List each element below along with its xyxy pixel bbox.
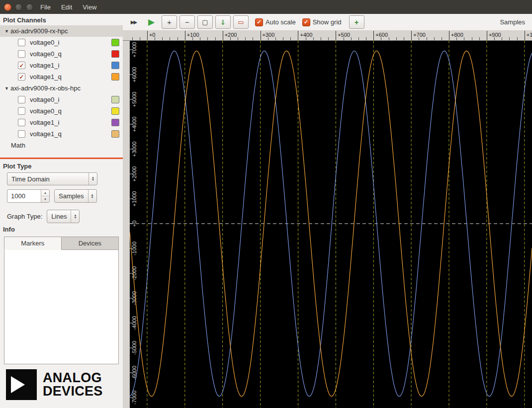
x-axis-minor-tick	[132, 37, 133, 40]
channel-checkbox[interactable]	[18, 119, 25, 126]
zoom-in-button[interactable]: +	[162, 15, 177, 29]
tab-markers[interactable]: Markers	[4, 237, 62, 250]
main-area: ▶▶▶+−▢⇓▭ ✓ Auto scale ✓ Show grid + Samp…	[123, 14, 532, 408]
plot-row: +7000+6000+5000+4000+3000+2000+1000+0-10…	[123, 41, 532, 408]
sample-unit-combo[interactable]: Samples ▲▼	[54, 189, 97, 203]
channel-color-swatch[interactable]	[111, 39, 119, 46]
new-plot-button[interactable]: +	[349, 15, 364, 29]
auto-scale-toggle[interactable]: ✓ Auto scale	[255, 18, 296, 26]
channel-row-voltage0_i: voltage0_i	[0, 94, 123, 105]
x-axis-tick: +900	[487, 31, 487, 40]
channel-color-swatch[interactable]	[111, 73, 119, 81]
plot-background	[130, 41, 532, 408]
channel-checkbox[interactable]	[18, 96, 25, 103]
graph-type-label: Graph Type:	[7, 213, 42, 220]
channel-label: voltage1_q	[30, 73, 111, 81]
zoom-fit-button[interactable]: ▢	[197, 15, 213, 29]
spinner-arrows-icon[interactable]: ▲▼	[41, 190, 49, 202]
x-axis-minor-tick	[207, 37, 208, 40]
x-axis-tick: +100	[185, 31, 185, 40]
expander-icon[interactable]: ▼	[3, 86, 10, 91]
channel-checkbox[interactable]	[18, 107, 25, 115]
waveform-plot[interactable]: +7000+6000+5000+4000+3000+2000+1000+0-10…	[130, 41, 532, 408]
x-axis-tick: +300	[261, 31, 261, 40]
channel-label: voltage0_i	[30, 39, 111, 46]
window-minimize-button[interactable]	[15, 3, 22, 11]
x-axis-minor-tick	[404, 37, 404, 40]
channel-label: voltage1_i	[30, 119, 111, 126]
x-axis-minor-tick	[170, 37, 170, 40]
x-axis-minor-tick	[283, 37, 283, 40]
logo-text: ANALOG DEVICES	[43, 371, 103, 398]
save-capture-button[interactable]: ⇓	[215, 15, 231, 29]
device-group-axi-adrv9009-rx-hpc[interactable]: ▼axi-adrv9009-rx-hpc	[0, 25, 123, 37]
channel-label: voltage1_q	[30, 130, 111, 138]
menu-edit[interactable]: Edit	[58, 3, 76, 11]
show-grid-toggle[interactable]: ✓ Show grid	[302, 18, 342, 26]
info-title: Info	[0, 223, 123, 235]
window-close-button[interactable]	[4, 3, 11, 11]
adi-triangle-logo-icon	[6, 369, 37, 400]
sample-unit-value: Samples	[59, 192, 84, 200]
channel-color-swatch[interactable]	[111, 130, 119, 138]
channel-color-swatch[interactable]	[111, 50, 119, 58]
graph-type-combo[interactable]: Lines ▲▼	[47, 210, 80, 223]
channel-color-swatch[interactable]	[111, 96, 119, 103]
toolbar-buttons: ▶▶▶+−▢⇓▭	[126, 15, 249, 29]
channel-checkbox[interactable]: ✓	[18, 73, 25, 81]
x-axis-minor-tick	[245, 37, 246, 40]
menu-file[interactable]: File	[37, 3, 54, 11]
capture-step-button[interactable]: ▶▶	[126, 15, 141, 29]
y-ruler-gutter	[123, 41, 130, 408]
play-button[interactable]: ▶	[144, 15, 159, 29]
y-axis-tick-label: +0	[131, 221, 137, 227]
x-axis-tick: +700	[411, 31, 412, 40]
graph-type-value: Lines	[51, 213, 67, 220]
plot-channels-title: Plot Channels	[0, 14, 123, 25]
channel-color-swatch[interactable]	[111, 62, 119, 69]
ruler-corner	[123, 31, 130, 41]
sample-count-value: 1000	[11, 192, 25, 200]
channel-row-voltage1_q: ✓voltage1_q	[0, 71, 123, 82]
x-axis-tick: +600	[373, 31, 374, 40]
x-axis-minor-tick	[200, 37, 200, 40]
auto-scale-checkbox[interactable]: ✓	[255, 18, 263, 26]
channel-color-swatch[interactable]	[111, 107, 119, 115]
x-axis-minor-tick	[328, 37, 329, 40]
x-axis-minor-tick	[502, 37, 502, 40]
channel-checkbox[interactable]: ✓	[18, 62, 25, 69]
x-axis-minor-tick	[358, 37, 359, 40]
channel-checkbox[interactable]	[18, 130, 25, 138]
zoom-out-button[interactable]: −	[179, 15, 195, 29]
x-ruler: +0+100+200+300+400+500+600+700+800+900+1…	[130, 31, 532, 41]
channel-row-voltage0_q: voltage0_q	[0, 105, 123, 117]
menu-view[interactable]: View	[79, 3, 100, 11]
expander-icon[interactable]: ▼	[3, 29, 10, 34]
device-group-axi-adrv9009-rx-obs-hpc[interactable]: ▼axi-adrv9009-rx-obs-hpc	[0, 82, 123, 94]
x-axis-minor-tick	[464, 37, 464, 40]
x-axis-minor-tick	[517, 37, 518, 40]
capture-frame-button[interactable]: ▭	[233, 15, 249, 29]
channel-checkbox[interactable]	[18, 39, 25, 46]
window-maximize-button[interactable]	[26, 3, 33, 11]
plot-type-combo[interactable]: Time Domain ▲▼	[7, 172, 97, 186]
x-axis-tick: +200	[223, 31, 223, 40]
plot-type-title: Plot Type	[0, 160, 123, 171]
x-axis-minor-tick	[434, 37, 435, 40]
channel-tree: ▼axi-adrv9009-rx-hpcvoltage0_ivoltage0_q…	[0, 25, 123, 140]
channel-label: voltage0_i	[30, 96, 111, 103]
channel-checkbox[interactable]	[18, 50, 25, 58]
y-axis-tick-label: -4000	[131, 316, 137, 330]
y-axis-tick-label: -2000	[131, 266, 137, 280]
x-axis-tick: +0	[147, 31, 148, 40]
info-tabs: Markers Devices	[4, 237, 119, 250]
chevron-up-down-icon: ▲▼	[88, 190, 96, 202]
x-axis-tick: +500	[336, 31, 336, 40]
channel-color-swatch[interactable]	[111, 119, 119, 126]
math-item[interactable]: Math	[0, 140, 123, 152]
x-axis-minor-tick	[253, 37, 253, 40]
titlebar: File Edit View	[0, 0, 532, 14]
show-grid-checkbox[interactable]: ✓	[302, 18, 310, 26]
sample-count-spinner[interactable]: 1000 ▲▼	[7, 189, 50, 203]
tab-devices[interactable]: Devices	[62, 237, 119, 250]
